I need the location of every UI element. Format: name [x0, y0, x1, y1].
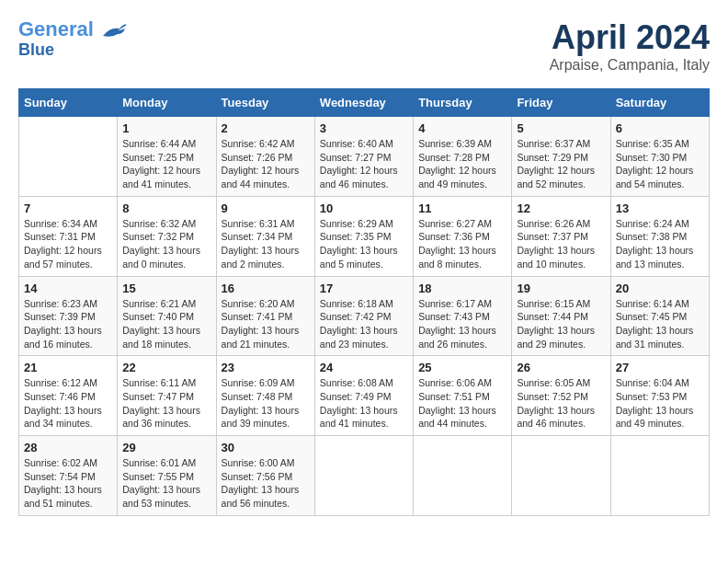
- calendar-cell: 1Sunrise: 6:44 AMSunset: 7:25 PMDaylight…: [118, 117, 216, 197]
- calendar-cell: [19, 117, 118, 197]
- day-number: 6: [616, 121, 704, 135]
- day-number: 14: [24, 282, 112, 295]
- day-number: 24: [320, 361, 408, 374]
- page-subtitle: Arpaise, Campania, Italy: [550, 57, 710, 74]
- calendar-cell: 5Sunrise: 6:37 AMSunset: 7:29 PMDaylight…: [512, 117, 610, 197]
- calendar-cell: 10Sunrise: 6:29 AMSunset: 7:35 PMDayligh…: [314, 196, 413, 276]
- day-number: 22: [122, 361, 210, 374]
- day-info: Sunrise: 6:24 AMSunset: 7:38 PMDaylight:…: [616, 217, 704, 271]
- day-number: 26: [517, 361, 605, 374]
- title-block: April 2024 Arpaise, Campania, Italy: [550, 18, 710, 74]
- day-info: Sunrise: 6:23 AMSunset: 7:39 PMDaylight:…: [24, 297, 112, 351]
- day-number: 29: [122, 441, 210, 454]
- calendar-cell: 12Sunrise: 6:26 AMSunset: 7:37 PMDayligh…: [512, 196, 610, 276]
- day-info: Sunrise: 6:29 AMSunset: 7:35 PMDaylight:…: [320, 217, 408, 271]
- day-number: 7: [24, 201, 112, 215]
- day-number: 5: [517, 121, 605, 135]
- calendar-table: SundayMondayTuesdayWednesdayThursdayFrid…: [18, 88, 710, 516]
- day-number: 17: [320, 282, 408, 295]
- day-number: 28: [24, 441, 112, 454]
- calendar-cell: 7Sunrise: 6:34 AMSunset: 7:31 PMDaylight…: [19, 196, 118, 276]
- day-info: Sunrise: 6:26 AMSunset: 7:37 PMDaylight:…: [517, 217, 605, 271]
- week-row-3: 14Sunrise: 6:23 AMSunset: 7:39 PMDayligh…: [19, 276, 710, 356]
- day-number: 1: [122, 121, 210, 135]
- calendar-cell: 17Sunrise: 6:18 AMSunset: 7:42 PMDayligh…: [314, 276, 413, 356]
- day-info: Sunrise: 6:21 AMSunset: 7:40 PMDaylight:…: [122, 297, 210, 351]
- calendar-cell: 13Sunrise: 6:24 AMSunset: 7:38 PMDayligh…: [610, 196, 709, 276]
- day-info: Sunrise: 6:02 AMSunset: 7:54 PMDaylight:…: [24, 456, 112, 511]
- day-info: Sunrise: 6:18 AMSunset: 7:42 PMDaylight:…: [320, 297, 408, 351]
- day-info: Sunrise: 6:32 AMSunset: 7:32 PMDaylight:…: [122, 217, 210, 271]
- day-info: Sunrise: 6:17 AMSunset: 7:43 PMDaylight:…: [418, 297, 506, 351]
- day-info: Sunrise: 6:14 AMSunset: 7:45 PMDaylight:…: [616, 297, 704, 351]
- week-row-4: 21Sunrise: 6:12 AMSunset: 7:46 PMDayligh…: [19, 356, 710, 436]
- calendar-cell: 18Sunrise: 6:17 AMSunset: 7:43 PMDayligh…: [414, 276, 512, 356]
- day-number: 27: [616, 361, 704, 374]
- day-info: Sunrise: 6:06 AMSunset: 7:51 PMDaylight:…: [418, 376, 506, 431]
- day-number: 30: [222, 441, 310, 454]
- calendar-cell: 3Sunrise: 6:40 AMSunset: 7:27 PMDaylight…: [314, 117, 413, 197]
- calendar-cell: 6Sunrise: 6:35 AMSunset: 7:30 PMDaylight…: [610, 117, 709, 197]
- calendar-cell: 29Sunrise: 6:01 AMSunset: 7:55 PMDayligh…: [118, 436, 216, 516]
- col-header-thursday: Thursday: [414, 89, 512, 117]
- calendar-cell: 22Sunrise: 6:11 AMSunset: 7:47 PMDayligh…: [118, 356, 216, 436]
- day-number: 4: [418, 121, 506, 135]
- calendar-cell: 11Sunrise: 6:27 AMSunset: 7:36 PMDayligh…: [414, 196, 512, 276]
- logo-text2: Blue: [18, 41, 129, 60]
- day-info: Sunrise: 6:01 AMSunset: 7:55 PMDaylight:…: [122, 456, 210, 511]
- day-number: 25: [418, 361, 506, 374]
- calendar-cell: 16Sunrise: 6:20 AMSunset: 7:41 PMDayligh…: [216, 276, 314, 356]
- calendar-cell: [314, 436, 413, 516]
- calendar-cell: 30Sunrise: 6:00 AMSunset: 7:56 PMDayligh…: [216, 436, 314, 516]
- calendar-cell: 20Sunrise: 6:14 AMSunset: 7:45 PMDayligh…: [610, 276, 709, 356]
- day-number: 19: [517, 282, 605, 295]
- calendar-cell: [610, 436, 709, 516]
- logo-text: General: [18, 18, 129, 41]
- day-info: Sunrise: 6:39 AMSunset: 7:28 PMDaylight:…: [418, 137, 506, 191]
- day-info: Sunrise: 6:35 AMSunset: 7:30 PMDaylight:…: [616, 137, 704, 191]
- day-info: Sunrise: 6:34 AMSunset: 7:31 PMDaylight:…: [24, 217, 112, 271]
- calendar-cell: 21Sunrise: 6:12 AMSunset: 7:46 PMDayligh…: [19, 356, 118, 436]
- day-number: 21: [24, 361, 112, 374]
- calendar-cell: 4Sunrise: 6:39 AMSunset: 7:28 PMDaylight…: [414, 117, 512, 197]
- col-header-monday: Monday: [118, 89, 216, 117]
- calendar-cell: 9Sunrise: 6:31 AMSunset: 7:34 PMDaylight…: [216, 196, 314, 276]
- day-info: Sunrise: 6:31 AMSunset: 7:34 PMDaylight:…: [222, 217, 310, 271]
- day-info: Sunrise: 6:37 AMSunset: 7:29 PMDaylight:…: [517, 137, 605, 191]
- day-number: 3: [320, 121, 408, 135]
- day-info: Sunrise: 6:04 AMSunset: 7:53 PMDaylight:…: [616, 376, 704, 431]
- calendar-cell: 19Sunrise: 6:15 AMSunset: 7:44 PMDayligh…: [512, 276, 610, 356]
- day-info: Sunrise: 6:11 AMSunset: 7:47 PMDaylight:…: [122, 376, 210, 431]
- calendar-cell: 25Sunrise: 6:06 AMSunset: 7:51 PMDayligh…: [414, 356, 512, 436]
- day-number: 10: [320, 201, 408, 215]
- day-info: Sunrise: 6:15 AMSunset: 7:44 PMDaylight:…: [517, 297, 605, 351]
- calendar-cell: [414, 436, 512, 516]
- col-header-tuesday: Tuesday: [216, 89, 314, 117]
- calendar-cell: 8Sunrise: 6:32 AMSunset: 7:32 PMDaylight…: [118, 196, 216, 276]
- day-info: Sunrise: 6:20 AMSunset: 7:41 PMDaylight:…: [222, 297, 310, 351]
- day-info: Sunrise: 6:27 AMSunset: 7:36 PMDaylight:…: [418, 217, 506, 271]
- week-row-2: 7Sunrise: 6:34 AMSunset: 7:31 PMDaylight…: [19, 196, 710, 276]
- calendar-cell: 24Sunrise: 6:08 AMSunset: 7:49 PMDayligh…: [314, 356, 413, 436]
- calendar-cell: 26Sunrise: 6:05 AMSunset: 7:52 PMDayligh…: [512, 356, 610, 436]
- day-number: 9: [222, 201, 310, 215]
- day-info: Sunrise: 6:42 AMSunset: 7:26 PMDaylight:…: [222, 137, 310, 191]
- calendar-cell: 28Sunrise: 6:02 AMSunset: 7:54 PMDayligh…: [19, 436, 118, 516]
- calendar-cell: [512, 436, 610, 516]
- calendar-cell: 27Sunrise: 6:04 AMSunset: 7:53 PMDayligh…: [610, 356, 709, 436]
- day-info: Sunrise: 6:08 AMSunset: 7:49 PMDaylight:…: [320, 376, 408, 431]
- col-header-saturday: Saturday: [610, 89, 709, 117]
- day-number: 12: [517, 201, 605, 215]
- day-info: Sunrise: 6:05 AMSunset: 7:52 PMDaylight:…: [517, 376, 605, 431]
- week-row-5: 28Sunrise: 6:02 AMSunset: 7:54 PMDayligh…: [19, 436, 710, 516]
- calendar-cell: 23Sunrise: 6:09 AMSunset: 7:48 PMDayligh…: [216, 356, 314, 436]
- day-number: 16: [222, 282, 310, 295]
- logo: General Blue: [18, 18, 129, 60]
- week-row-1: 1Sunrise: 6:44 AMSunset: 7:25 PMDaylight…: [19, 117, 710, 197]
- day-number: 8: [122, 201, 210, 215]
- calendar-cell: 15Sunrise: 6:21 AMSunset: 7:40 PMDayligh…: [118, 276, 216, 356]
- day-number: 23: [222, 361, 310, 374]
- day-number: 18: [418, 282, 506, 295]
- day-number: 15: [122, 282, 210, 295]
- day-number: 11: [418, 201, 506, 215]
